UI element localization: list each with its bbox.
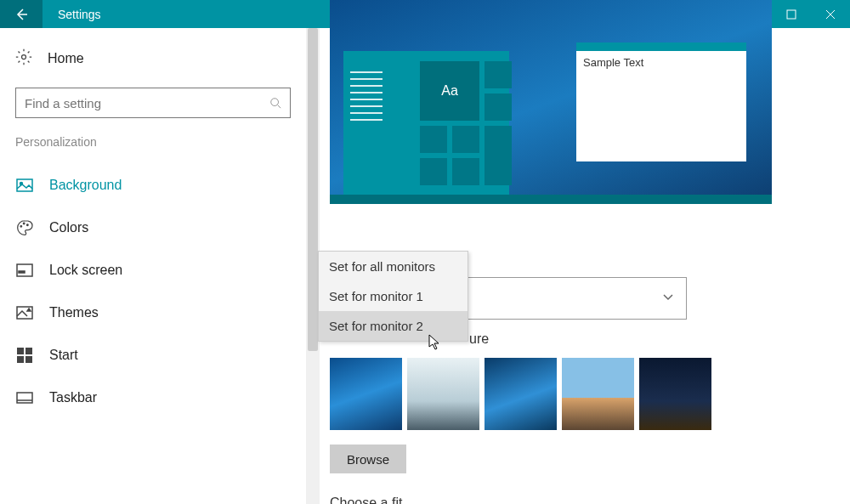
sidebar-item-label: Colors <box>49 220 88 235</box>
menu-item-set-all-monitors[interactable]: Set for all monitors <box>319 252 468 281</box>
chevron-down-icon <box>662 291 674 306</box>
sidebar-item-taskbar[interactable]: Taskbar <box>0 377 306 419</box>
close-button[interactable] <box>811 0 850 28</box>
main-panel: Aa Sample Text Set <box>306 28 850 504</box>
sidebar: Home Personalization Background Colors L… <box>0 28 306 504</box>
maximize-icon <box>786 9 796 20</box>
search-input[interactable] <box>25 96 269 110</box>
scrollbar-thumb[interactable] <box>308 28 318 351</box>
svg-rect-16 <box>26 348 32 354</box>
wallpaper-thumbnail[interactable] <box>330 358 402 430</box>
maximize-button[interactable] <box>772 0 811 28</box>
svg-point-9 <box>20 226 22 228</box>
picture-icon <box>15 176 34 195</box>
svg-point-10 <box>23 223 25 224</box>
wallpaper-thumbnail[interactable] <box>407 358 479 430</box>
sidebar-item-label: Themes <box>49 305 99 320</box>
wallpaper-thumbnail[interactable] <box>484 358 557 430</box>
palette-icon <box>15 218 34 237</box>
back-button[interactable] <box>0 0 42 28</box>
home-link[interactable]: Home <box>15 48 291 69</box>
gear-icon <box>15 48 32 69</box>
sidebar-item-label: Background <box>49 178 122 193</box>
wallpaper-thumbnail[interactable] <box>639 358 711 430</box>
svg-rect-18 <box>26 356 32 363</box>
svg-rect-7 <box>17 179 32 191</box>
svg-rect-12 <box>17 264 32 276</box>
sidebar-item-label: Start <box>49 348 78 363</box>
svg-point-4 <box>22 55 26 59</box>
svg-rect-19 <box>17 393 32 403</box>
browse-button[interactable]: Browse <box>330 445 406 473</box>
svg-rect-15 <box>17 348 24 354</box>
picture-thumbnails <box>330 358 711 430</box>
sidebar-item-label: Lock screen <box>49 263 122 278</box>
choose-fit-label: Choose a fit <box>330 496 402 504</box>
category-header: Personalization <box>15 135 291 149</box>
sidebar-item-start[interactable]: Start <box>0 334 306 377</box>
sidebar-item-lock-screen[interactable]: Lock screen <box>0 249 306 292</box>
arrow-left-icon <box>14 8 28 21</box>
desktop-preview: Aa Sample Text <box>330 0 772 204</box>
lock-screen-icon <box>15 261 34 280</box>
svg-line-6 <box>278 105 281 109</box>
menu-item-set-monitor-2[interactable]: Set for monitor 2 <box>319 311 468 341</box>
sidebar-item-background[interactable]: Background <box>0 164 306 207</box>
context-menu: Set for all monitors Set for monitor 1 S… <box>318 251 468 342</box>
home-label: Home <box>48 51 84 66</box>
preview-tile-text: Aa <box>420 61 479 121</box>
menu-item-set-monitor-1[interactable]: Set for monitor 1 <box>319 281 468 311</box>
cursor-icon <box>428 334 442 351</box>
sidebar-item-themes[interactable]: Themes <box>0 292 306 334</box>
svg-point-11 <box>27 224 29 226</box>
sidebar-item-colors[interactable]: Colors <box>0 207 306 249</box>
close-icon <box>825 9 836 20</box>
choose-picture-label: ure <box>469 331 489 347</box>
preview-sample-window: Sample Text <box>576 42 746 161</box>
preview-start-menu: Aa <box>343 51 509 195</box>
search-icon <box>269 97 281 109</box>
taskbar-icon <box>15 388 34 407</box>
sidebar-item-label: Taskbar <box>49 390 97 405</box>
themes-icon <box>15 303 34 322</box>
svg-rect-13 <box>19 271 25 273</box>
svg-rect-1 <box>787 10 796 19</box>
svg-point-5 <box>271 99 279 106</box>
svg-rect-17 <box>17 356 24 363</box>
start-icon <box>15 346 34 365</box>
search-box[interactable] <box>15 88 291 118</box>
preview-sample-text: Sample Text <box>576 51 746 74</box>
wallpaper-thumbnail[interactable] <box>562 358 634 430</box>
